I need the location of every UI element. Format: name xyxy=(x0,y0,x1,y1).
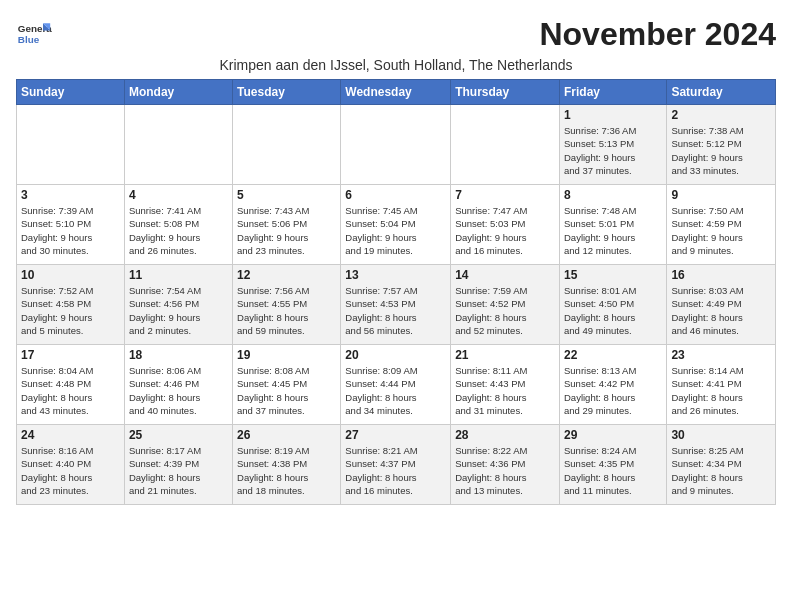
day-number: 29 xyxy=(564,428,662,442)
calendar-cell: 15Sunrise: 8:01 AM Sunset: 4:50 PM Dayli… xyxy=(559,265,666,345)
calendar-week-row: 24Sunrise: 8:16 AM Sunset: 4:40 PM Dayli… xyxy=(17,425,776,505)
day-info: Sunrise: 8:01 AM Sunset: 4:50 PM Dayligh… xyxy=(564,284,662,337)
day-number: 27 xyxy=(345,428,446,442)
calendar-cell xyxy=(341,105,451,185)
day-info: Sunrise: 7:36 AM Sunset: 5:13 PM Dayligh… xyxy=(564,124,662,177)
calendar-header-wednesday: Wednesday xyxy=(341,80,451,105)
day-info: Sunrise: 8:22 AM Sunset: 4:36 PM Dayligh… xyxy=(455,444,555,497)
day-info: Sunrise: 8:11 AM Sunset: 4:43 PM Dayligh… xyxy=(455,364,555,417)
header: General Blue November 2024 xyxy=(16,16,776,53)
day-number: 4 xyxy=(129,188,228,202)
calendar-week-row: 1Sunrise: 7:36 AM Sunset: 5:13 PM Daylig… xyxy=(17,105,776,185)
calendar-week-row: 3Sunrise: 7:39 AM Sunset: 5:10 PM Daylig… xyxy=(17,185,776,265)
day-info: Sunrise: 7:38 AM Sunset: 5:12 PM Dayligh… xyxy=(671,124,771,177)
day-info: Sunrise: 8:03 AM Sunset: 4:49 PM Dayligh… xyxy=(671,284,771,337)
calendar-cell: 23Sunrise: 8:14 AM Sunset: 4:41 PM Dayli… xyxy=(667,345,776,425)
day-number: 10 xyxy=(21,268,120,282)
day-info: Sunrise: 7:50 AM Sunset: 4:59 PM Dayligh… xyxy=(671,204,771,257)
calendar-cell: 16Sunrise: 8:03 AM Sunset: 4:49 PM Dayli… xyxy=(667,265,776,345)
calendar-header-row: SundayMondayTuesdayWednesdayThursdayFrid… xyxy=(17,80,776,105)
day-number: 15 xyxy=(564,268,662,282)
day-info: Sunrise: 7:47 AM Sunset: 5:03 PM Dayligh… xyxy=(455,204,555,257)
logo: General Blue xyxy=(16,16,52,52)
calendar-cell: 20Sunrise: 8:09 AM Sunset: 4:44 PM Dayli… xyxy=(341,345,451,425)
calendar-cell: 27Sunrise: 8:21 AM Sunset: 4:37 PM Dayli… xyxy=(341,425,451,505)
day-number: 6 xyxy=(345,188,446,202)
day-info: Sunrise: 7:59 AM Sunset: 4:52 PM Dayligh… xyxy=(455,284,555,337)
day-info: Sunrise: 8:19 AM Sunset: 4:38 PM Dayligh… xyxy=(237,444,336,497)
day-info: Sunrise: 7:56 AM Sunset: 4:55 PM Dayligh… xyxy=(237,284,336,337)
calendar: SundayMondayTuesdayWednesdayThursdayFrid… xyxy=(16,79,776,505)
calendar-header-tuesday: Tuesday xyxy=(233,80,341,105)
calendar-cell: 30Sunrise: 8:25 AM Sunset: 4:34 PM Dayli… xyxy=(667,425,776,505)
day-info: Sunrise: 8:17 AM Sunset: 4:39 PM Dayligh… xyxy=(129,444,228,497)
day-number: 30 xyxy=(671,428,771,442)
calendar-cell: 29Sunrise: 8:24 AM Sunset: 4:35 PM Dayli… xyxy=(559,425,666,505)
day-number: 22 xyxy=(564,348,662,362)
day-info: Sunrise: 7:52 AM Sunset: 4:58 PM Dayligh… xyxy=(21,284,120,337)
day-info: Sunrise: 8:16 AM Sunset: 4:40 PM Dayligh… xyxy=(21,444,120,497)
day-info: Sunrise: 8:25 AM Sunset: 4:34 PM Dayligh… xyxy=(671,444,771,497)
day-info: Sunrise: 8:08 AM Sunset: 4:45 PM Dayligh… xyxy=(237,364,336,417)
calendar-cell: 14Sunrise: 7:59 AM Sunset: 4:52 PM Dayli… xyxy=(451,265,560,345)
day-info: Sunrise: 8:21 AM Sunset: 4:37 PM Dayligh… xyxy=(345,444,446,497)
day-info: Sunrise: 8:14 AM Sunset: 4:41 PM Dayligh… xyxy=(671,364,771,417)
calendar-header-monday: Monday xyxy=(124,80,232,105)
calendar-week-row: 10Sunrise: 7:52 AM Sunset: 4:58 PM Dayli… xyxy=(17,265,776,345)
day-number: 7 xyxy=(455,188,555,202)
calendar-cell: 25Sunrise: 8:17 AM Sunset: 4:39 PM Dayli… xyxy=(124,425,232,505)
day-info: Sunrise: 8:04 AM Sunset: 4:48 PM Dayligh… xyxy=(21,364,120,417)
day-number: 19 xyxy=(237,348,336,362)
calendar-cell: 18Sunrise: 8:06 AM Sunset: 4:46 PM Dayli… xyxy=(124,345,232,425)
day-info: Sunrise: 7:41 AM Sunset: 5:08 PM Dayligh… xyxy=(129,204,228,257)
calendar-cell xyxy=(233,105,341,185)
day-number: 23 xyxy=(671,348,771,362)
svg-text:Blue: Blue xyxy=(18,34,40,45)
day-info: Sunrise: 8:09 AM Sunset: 4:44 PM Dayligh… xyxy=(345,364,446,417)
calendar-header-thursday: Thursday xyxy=(451,80,560,105)
calendar-cell: 2Sunrise: 7:38 AM Sunset: 5:12 PM Daylig… xyxy=(667,105,776,185)
calendar-cell: 5Sunrise: 7:43 AM Sunset: 5:06 PM Daylig… xyxy=(233,185,341,265)
day-info: Sunrise: 7:43 AM Sunset: 5:06 PM Dayligh… xyxy=(237,204,336,257)
day-number: 11 xyxy=(129,268,228,282)
day-number: 13 xyxy=(345,268,446,282)
calendar-cell: 3Sunrise: 7:39 AM Sunset: 5:10 PM Daylig… xyxy=(17,185,125,265)
day-number: 25 xyxy=(129,428,228,442)
calendar-header-friday: Friday xyxy=(559,80,666,105)
day-info: Sunrise: 8:06 AM Sunset: 4:46 PM Dayligh… xyxy=(129,364,228,417)
month-title: November 2024 xyxy=(539,16,776,53)
day-number: 16 xyxy=(671,268,771,282)
day-number: 9 xyxy=(671,188,771,202)
calendar-cell: 28Sunrise: 8:22 AM Sunset: 4:36 PM Dayli… xyxy=(451,425,560,505)
calendar-cell: 10Sunrise: 7:52 AM Sunset: 4:58 PM Dayli… xyxy=(17,265,125,345)
day-number: 12 xyxy=(237,268,336,282)
day-number: 14 xyxy=(455,268,555,282)
calendar-cell: 17Sunrise: 8:04 AM Sunset: 4:48 PM Dayli… xyxy=(17,345,125,425)
calendar-cell: 13Sunrise: 7:57 AM Sunset: 4:53 PM Dayli… xyxy=(341,265,451,345)
day-number: 17 xyxy=(21,348,120,362)
day-number: 24 xyxy=(21,428,120,442)
calendar-week-row: 17Sunrise: 8:04 AM Sunset: 4:48 PM Dayli… xyxy=(17,345,776,425)
day-info: Sunrise: 7:57 AM Sunset: 4:53 PM Dayligh… xyxy=(345,284,446,337)
calendar-cell xyxy=(124,105,232,185)
day-number: 26 xyxy=(237,428,336,442)
day-info: Sunrise: 7:39 AM Sunset: 5:10 PM Dayligh… xyxy=(21,204,120,257)
calendar-cell xyxy=(17,105,125,185)
calendar-cell: 9Sunrise: 7:50 AM Sunset: 4:59 PM Daylig… xyxy=(667,185,776,265)
calendar-cell: 4Sunrise: 7:41 AM Sunset: 5:08 PM Daylig… xyxy=(124,185,232,265)
day-info: Sunrise: 8:13 AM Sunset: 4:42 PM Dayligh… xyxy=(564,364,662,417)
calendar-header-saturday: Saturday xyxy=(667,80,776,105)
day-number: 5 xyxy=(237,188,336,202)
day-number: 8 xyxy=(564,188,662,202)
day-number: 20 xyxy=(345,348,446,362)
calendar-cell: 11Sunrise: 7:54 AM Sunset: 4:56 PM Dayli… xyxy=(124,265,232,345)
day-info: Sunrise: 8:24 AM Sunset: 4:35 PM Dayligh… xyxy=(564,444,662,497)
calendar-cell: 22Sunrise: 8:13 AM Sunset: 4:42 PM Dayli… xyxy=(559,345,666,425)
title-block: November 2024 xyxy=(539,16,776,53)
calendar-cell: 24Sunrise: 8:16 AM Sunset: 4:40 PM Dayli… xyxy=(17,425,125,505)
day-number: 21 xyxy=(455,348,555,362)
calendar-cell: 12Sunrise: 7:56 AM Sunset: 4:55 PM Dayli… xyxy=(233,265,341,345)
day-number: 3 xyxy=(21,188,120,202)
day-info: Sunrise: 7:54 AM Sunset: 4:56 PM Dayligh… xyxy=(129,284,228,337)
calendar-cell: 8Sunrise: 7:48 AM Sunset: 5:01 PM Daylig… xyxy=(559,185,666,265)
